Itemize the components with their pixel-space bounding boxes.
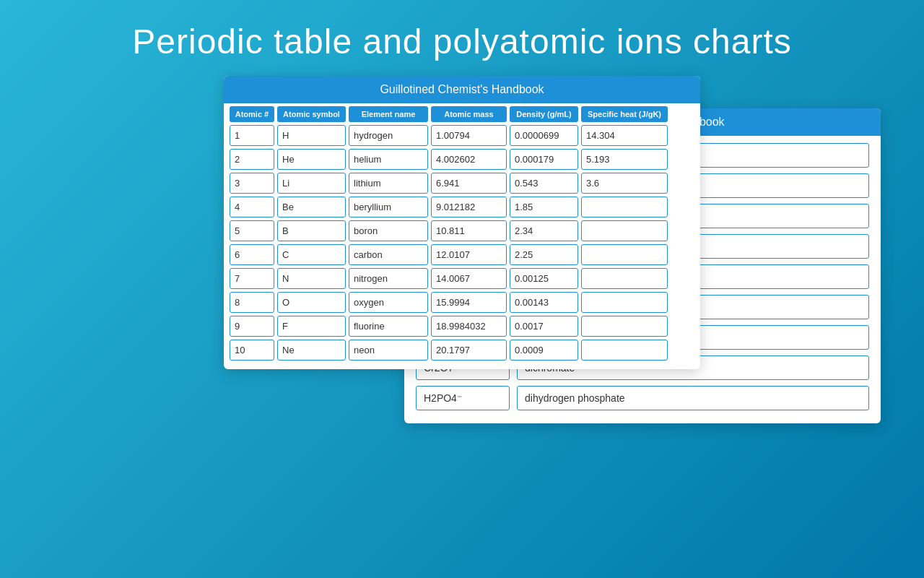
cell-atomic-num: 3 — [230, 173, 274, 194]
col-header-mass: Atomic mass — [431, 106, 507, 122]
cell-symbol: He — [277, 149, 346, 170]
cell-name: boron — [349, 220, 428, 241]
cell-atomic-num: 10 — [230, 340, 274, 361]
cell-name: oxygen — [349, 292, 428, 313]
cell-heat — [581, 292, 668, 313]
col-header-atomic-num: Atomic # — [230, 106, 274, 122]
table-row: 6 C carbon 12.0107 2.25 — [230, 244, 694, 265]
cell-atomic-num: 9 — [230, 316, 274, 337]
cell-name: lithium — [349, 173, 428, 194]
cell-mass: 18.9984032 — [431, 316, 507, 337]
cell-density: 0.0009 — [510, 340, 578, 361]
cell-atomic-num: 4 — [230, 197, 274, 217]
cell-mass: 6.941 — [431, 173, 507, 194]
cell-heat: 5.193 — [581, 149, 668, 170]
col-header-heat: Specific heat (J/gK) — [581, 106, 668, 122]
table-row: 8 O oxygen 15.9994 0.00143 — [230, 292, 694, 313]
cell-mass: 10.811 — [431, 220, 507, 241]
card1-header: Guillotined Chemist's Handbook — [224, 76, 700, 103]
cell-density: 0.0000699 — [510, 125, 578, 146]
cell-heat — [581, 197, 668, 217]
table-row: 7 N nitrogen 14.0067 0.00125 — [230, 268, 694, 289]
cell-atomic-num: 5 — [230, 220, 274, 241]
cell-mass: 20.1797 — [431, 340, 507, 361]
table-row: 5 B boron 10.811 2.34 — [230, 220, 694, 241]
cell-name: carbon — [349, 244, 428, 265]
cell-name: fluorine — [349, 316, 428, 337]
cell-symbol: Be — [277, 197, 346, 217]
cell-symbol: O — [277, 292, 346, 313]
cell-density: 0.000179 — [510, 149, 578, 170]
cell-mass: 4.002602 — [431, 149, 507, 170]
cell-symbol: C — [277, 244, 346, 265]
cell-heat — [581, 340, 668, 361]
periodic-table-card: Guillotined Chemist's Handbook Atomic # … — [224, 76, 700, 369]
cell-density: 0.00143 — [510, 292, 578, 313]
cell-symbol: Li — [277, 173, 346, 194]
col-header-symbol: Atomic symbol — [277, 106, 346, 122]
cell-density: 0.00125 — [510, 268, 578, 289]
cell-atomic-num: 6 — [230, 244, 274, 265]
table-row: 4 Be beryllium 9.012182 1.85 — [230, 197, 694, 217]
col-header-name: Element name — [349, 106, 428, 122]
cell-density: 0.543 — [510, 173, 578, 194]
ion-row: H2PO4⁻ dihydrogen phosphate — [416, 386, 869, 410]
page-title: Periodic table and polyatomic ions chart… — [0, 0, 924, 76]
table-body: 1 H hydrogen 1.00794 0.0000699 14.304 2 … — [224, 125, 700, 369]
cell-heat: 3.6 — [581, 173, 668, 194]
cell-symbol: F — [277, 316, 346, 337]
cell-atomic-num: 8 — [230, 292, 274, 313]
cell-heat — [581, 220, 668, 241]
cell-mass: 1.00794 — [431, 125, 507, 146]
ion-formula: H2PO4⁻ — [416, 386, 510, 410]
cell-name: beryllium — [349, 197, 428, 217]
cell-density: 1.85 — [510, 197, 578, 217]
cell-mass: 9.012182 — [431, 197, 507, 217]
cell-heat: 14.304 — [581, 125, 668, 146]
cell-mass: 15.9994 — [431, 292, 507, 313]
col-header-density: Density (g/mL) — [510, 106, 578, 122]
cell-name: neon — [349, 340, 428, 361]
cell-atomic-num: 7 — [230, 268, 274, 289]
table-row: 10 Ne neon 20.1797 0.0009 — [230, 340, 694, 361]
cell-symbol: B — [277, 220, 346, 241]
cell-name: nitrogen — [349, 268, 428, 289]
cell-mass: 14.0067 — [431, 268, 507, 289]
cell-symbol: Ne — [277, 340, 346, 361]
cell-atomic-num: 2 — [230, 149, 274, 170]
cell-name: hydrogen — [349, 125, 428, 146]
table-row: 1 H hydrogen 1.00794 0.0000699 14.304 — [230, 125, 694, 146]
cell-heat — [581, 268, 668, 289]
cell-density: 0.0017 — [510, 316, 578, 337]
cell-name: helium — [349, 149, 428, 170]
cell-density: 2.25 — [510, 244, 578, 265]
cell-mass: 12.0107 — [431, 244, 507, 265]
cell-heat — [581, 316, 668, 337]
cards-container: Guillotined Chemist's Handbook Atomic # … — [0, 76, 924, 369]
table-header-row: Atomic # Atomic symbol Element name Atom… — [224, 103, 700, 125]
table-row: 2 He helium 4.002602 0.000179 5.193 — [230, 149, 694, 170]
ion-name: dihydrogen phosphate — [517, 386, 869, 410]
cell-heat — [581, 244, 668, 265]
cell-symbol: H — [277, 125, 346, 146]
cell-symbol: N — [277, 268, 346, 289]
table-row: 3 Li lithium 6.941 0.543 3.6 — [230, 173, 694, 194]
cell-density: 2.34 — [510, 220, 578, 241]
table-row: 9 F fluorine 18.9984032 0.0017 — [230, 316, 694, 337]
cell-atomic-num: 1 — [230, 125, 274, 146]
